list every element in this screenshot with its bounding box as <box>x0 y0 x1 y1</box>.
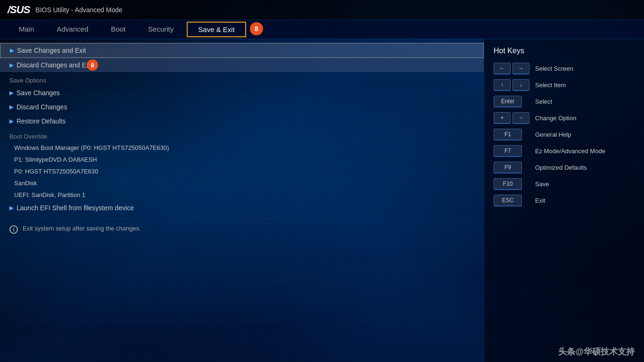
key-f7[interactable]: F7 <box>494 145 522 157</box>
hotkey-desc-change: Change Option <box>535 115 576 122</box>
nav-save-exit[interactable]: Save & Exit <box>187 22 246 37</box>
hotkey-keys-esc: ESC <box>494 195 531 206</box>
nav-bar: Main Advanced Boot Security Save & Exit … <box>0 20 644 39</box>
key-f1[interactable]: F1 <box>494 129 522 140</box>
hotkey-desc-item: Select Item <box>535 82 566 89</box>
menu-save-changes-exit[interactable]: ▶ Save Changes and Exit <box>0 43 484 58</box>
right-panel: Hot Keys ← → Select Screen ↑ ↓ Select It… <box>484 39 644 362</box>
left-panel: ▶ Save Changes and Exit ▶ Discard Change… <box>0 39 484 362</box>
boot-hgst[interactable]: P0: HGST HTS725050A7E630 <box>0 165 484 177</box>
key-down[interactable]: ↓ <box>512 79 529 91</box>
arrow-icon: ▶ <box>10 47 14 54</box>
key-minus[interactable]: − <box>512 112 529 124</box>
arrow-icon-4: ▶ <box>9 104 14 110</box>
key-enter[interactable]: Enter <box>494 96 522 107</box>
arrow-icon-2: ▶ <box>9 62 14 68</box>
key-right[interactable]: → <box>512 63 529 74</box>
bios-title: BIOS Utility - Advanced Mode <box>35 6 122 14</box>
key-esc[interactable]: ESC <box>494 195 522 206</box>
menu-restore-defaults[interactable]: ▶ Restore Defaults <box>0 114 484 128</box>
hotkey-desc-save: Save <box>535 181 549 188</box>
hotkey-keys-f7: F7 <box>494 145 531 157</box>
hotkey-desc-optimized: Optimized Defaults <box>535 164 587 171</box>
boot-sandisk[interactable]: SanDisk <box>0 177 484 189</box>
boot-slimtype[interactable]: P1: SlimtypeDVD A DA8AESH <box>0 154 484 165</box>
info-bar: i Exit system setup after saving the cha… <box>0 219 484 239</box>
menu-save-changes[interactable]: ▶ Save Changes <box>0 86 484 100</box>
asus-logo: /SUS <box>8 4 30 16</box>
hotkey-optimized: F9 Optimized Defaults <box>494 162 635 173</box>
boot-windows[interactable]: Windows Boot Manager (P0: HGST HTS725050… <box>0 142 484 154</box>
hotkey-general-help: F1 General Help <box>494 129 635 140</box>
key-plus[interactable]: + <box>494 112 511 124</box>
menu-discard-changes[interactable]: ▶ Discard Changes <box>0 100 484 114</box>
nav-boot[interactable]: Boot <box>99 20 137 39</box>
hotkey-select-item: ↑ ↓ Select Item <box>494 79 635 91</box>
info-text: Exit system setup after saving the chang… <box>23 225 141 232</box>
hotkey-change-option: + − Change Option <box>494 112 635 124</box>
hotkey-desc-screen: Select Screen <box>535 65 573 72</box>
arrow-icon-3: ▶ <box>9 90 14 96</box>
arrow-icon-6: ▶ <box>9 205 14 211</box>
key-f9[interactable]: F9 <box>494 162 522 173</box>
hotkey-keys-f10: F10 <box>494 178 531 190</box>
nav-security[interactable]: Security <box>137 20 185 39</box>
section-save-options: Save Options <box>0 72 484 86</box>
step-badge-9: 9 <box>87 59 98 71</box>
hotkey-select: Enter Select <box>494 96 635 107</box>
hotkey-desc-exit: Exit <box>535 197 545 204</box>
hotkey-desc-select: Select <box>535 98 552 105</box>
hotkey-desc-ezmode: Ez Mode/Advanced Mode <box>535 148 605 155</box>
boot-uefi-sandisk[interactable]: UEFI: SanDisk, Partition 1 <box>0 189 484 201</box>
menu-discard-changes-exit[interactable]: ▶ Discard Changes and Exit 9 <box>0 58 484 72</box>
hotkey-select-screen: ← → Select Screen <box>494 63 635 74</box>
hotkey-keys-arrows-lr: ← → <box>494 63 531 74</box>
hotkey-ez-mode: F7 Ez Mode/Advanced Mode <box>494 145 635 157</box>
arrow-icon-5: ▶ <box>9 118 14 124</box>
hotkey-keys-f9: F9 <box>494 162 531 173</box>
hotkeys-title: Hot Keys <box>494 47 635 55</box>
info-icon: i <box>9 225 18 234</box>
key-f10[interactable]: F10 <box>494 178 522 190</box>
main-content: ▶ Save Changes and Exit ▶ Discard Change… <box>0 39 644 362</box>
hotkey-save: F10 Save <box>494 178 635 190</box>
key-up[interactable]: ↑ <box>494 79 511 91</box>
hotkey-exit: ESC Exit <box>494 195 635 206</box>
hotkey-keys-plus-minus: + − <box>494 112 531 124</box>
hotkey-desc-help: General Help <box>535 131 571 138</box>
header: /SUS BIOS Utility - Advanced Mode <box>0 0 644 20</box>
hotkey-keys-f1: F1 <box>494 129 531 140</box>
section-boot-override: Boot Override <box>0 128 484 142</box>
nav-advanced[interactable]: Advanced <box>46 20 100 39</box>
hotkey-keys-arrows-ud: ↑ ↓ <box>494 79 531 91</box>
key-left[interactable]: ← <box>494 63 511 74</box>
nav-main[interactable]: Main <box>8 20 46 39</box>
hotkey-keys-enter: Enter <box>494 96 531 107</box>
step-badge-8: 8 <box>250 22 263 35</box>
menu-launch-efi[interactable]: ▶ Launch EFI Shell from filesystem devic… <box>0 201 484 215</box>
watermark: 头条@华硕技术支持 <box>558 346 635 357</box>
